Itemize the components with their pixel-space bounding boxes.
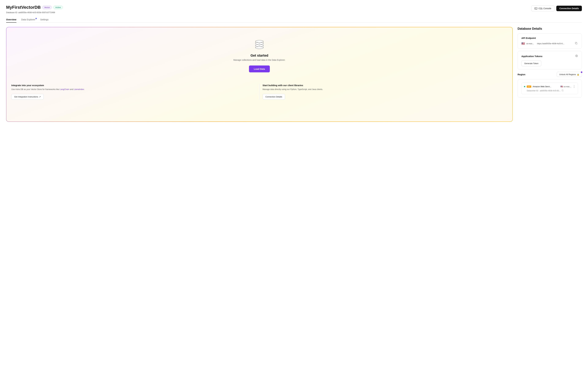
client-libraries-title: Start building with our client libraries — [262, 84, 508, 87]
title-row: MyFirstVectorDB Vector Active — [6, 5, 63, 10]
cql-console-label: CQL Console — [538, 7, 551, 10]
region-title: Region — [518, 73, 525, 76]
endpoint-flag: 🇺🇸 — [521, 42, 525, 45]
svg-rect-23 — [576, 43, 577, 44]
db-id-value: add5f35e-4938-4cf3-833b-5007c0772499 — [18, 11, 55, 14]
region-flag-label: 🇺🇸 us-eas... — [560, 85, 571, 88]
datacenter-row: Datacenter ID: add5f35e-4938-4cf3-83... — [524, 90, 576, 92]
region-item-flag: 🇺🇸 — [560, 85, 563, 88]
endpoint-region-label: us-eas... — [526, 42, 536, 45]
unlock-all-regions-button[interactable]: Unlock All Regions 🔒 — [557, 72, 582, 77]
region-item-label: us-eas... — [564, 85, 571, 88]
region-card: aws Amazon Web Servi... 🇺🇸 us-eas... ⋮ D… — [518, 80, 582, 98]
left-card-wrapper: Get started Manage collections and load … — [6, 27, 513, 122]
region-header: Region Unlock All Regions 🔒 — [518, 72, 582, 77]
db-name: MyFirstVectorDB — [6, 5, 41, 10]
endpoint-url: https://add5f35e-4938-4cf3-8... — [537, 42, 573, 45]
tab-settings-label: Settings — [40, 18, 48, 21]
svg-point-22 — [260, 45, 260, 46]
unlock-all-regions-label: Unlock All Regions — [559, 73, 576, 76]
llamaindex-link[interactable]: LlamaIndex — [74, 88, 84, 90]
center-section: Get started Manage collections and load … — [11, 35, 507, 79]
connection-details-header-label: Connection Details — [559, 7, 579, 10]
integrate-section: Integrate into your ecosystem Use Astra … — [11, 84, 260, 100]
region-service-name: Amazon Web Servi... — [533, 85, 559, 88]
db-id-label: Database ID: — [6, 11, 18, 14]
badge-vector: Vector — [42, 6, 52, 9]
client-libraries-section: Start building with our client libraries… — [260, 84, 508, 100]
terminal-icon — [535, 7, 537, 10]
two-col-section: Integrate into your ecosystem Use Astra … — [11, 84, 507, 100]
svg-rect-0 — [535, 8, 537, 9]
tokens-settings-icon[interactable] — [575, 54, 578, 58]
database-details-title: Database Details — [518, 27, 582, 30]
datacenter-id: add5f35e-4938-4cf3-83... — [540, 90, 560, 92]
cql-console-button[interactable]: CQL Console — [531, 6, 555, 11]
svg-point-21 — [259, 45, 260, 46]
endpoint-row: 🇺🇸 us-eas... https://add5f35e-4938-4cf3-… — [521, 42, 578, 45]
connection-details-card-button[interactable]: Connection Details — [262, 94, 285, 100]
api-endpoint-title: API Endpoint — [521, 37, 578, 39]
application-tokens-card: Application Tokens Generate Token — [518, 51, 582, 70]
svg-rect-24 — [562, 90, 563, 91]
header: MyFirstVectorDB Vector Active Database I… — [6, 5, 582, 14]
tabs: Overview Data Explorer Settings — [6, 17, 582, 23]
tab-data-explorer[interactable]: Data Explorer — [21, 17, 35, 23]
region-menu-button[interactable]: ⋮ — [573, 85, 576, 88]
lock-icon: 🔒 — [577, 73, 579, 76]
connection-details-header-button[interactable]: Connection Details — [556, 6, 582, 11]
svg-point-20 — [259, 45, 259, 46]
svg-point-18 — [259, 43, 260, 44]
unlock-button-dot — [581, 71, 582, 73]
langchain-link[interactable]: LangChain — [60, 88, 69, 90]
copy-datacenter-button[interactable] — [562, 90, 564, 92]
external-link-icon: ↗ — [39, 96, 41, 98]
get-started-sub: Manage collections and load data in the … — [11, 59, 507, 61]
right-panel: Database Details API Endpoint 🇺🇸 us-eas.… — [518, 27, 582, 98]
aws-badge: aws — [527, 86, 531, 88]
integrate-title: Integrate into your ecosystem — [11, 84, 256, 87]
load-data-button[interactable]: Load Data — [249, 65, 270, 72]
app-tokens-title: Application Tokens — [521, 55, 542, 58]
region-status-dot — [524, 86, 525, 87]
svg-point-17 — [259, 43, 259, 44]
tab-settings[interactable]: Settings — [40, 17, 48, 23]
header-right: CQL Console Connection Details — [531, 6, 582, 11]
svg-point-19 — [260, 43, 260, 44]
api-endpoint-card: API Endpoint 🇺🇸 us-eas... https://add5f3… — [518, 33, 582, 49]
main-layout: Get started Manage collections and load … — [6, 27, 582, 122]
tab-data-explorer-label: Data Explorer — [21, 18, 35, 21]
tab-overview-label: Overview — [6, 18, 16, 21]
copy-endpoint-button[interactable] — [574, 42, 578, 45]
region-item: aws Amazon Web Servi... 🇺🇸 us-eas... ⋮ D… — [521, 83, 578, 94]
datacenter-label: Datacenter ID: — [527, 90, 538, 92]
header-left: MyFirstVectorDB Vector Active Database I… — [6, 5, 63, 14]
get-started-title: Get started — [11, 54, 507, 58]
get-integration-button[interactable]: Get Integration Instructions ↗ — [11, 94, 44, 100]
svg-point-16 — [255, 40, 263, 42]
tokens-header: Application Tokens — [521, 54, 578, 58]
db-id: Database ID: add5f35e-4938-4cf3-833b-500… — [6, 11, 63, 14]
get-integration-label: Get Integration Instructions — [14, 96, 38, 98]
badge-active: Active — [53, 6, 63, 9]
connection-details-card-label: Connection Details — [265, 96, 282, 98]
left-card: Get started Manage collections and load … — [6, 27, 512, 121]
data-explorer-dot — [35, 18, 37, 19]
region-section: Region Unlock All Regions 🔒 aws Amazon W… — [518, 72, 582, 98]
db-illustration — [253, 38, 265, 50]
client-libraries-text: Manage data directly using our Python, T… — [262, 88, 508, 91]
tab-overview[interactable]: Overview — [6, 17, 16, 23]
region-item-row: aws Amazon Web Servi... 🇺🇸 us-eas... ⋮ — [524, 85, 576, 88]
generate-token-button[interactable]: Generate Token — [521, 60, 541, 66]
integrate-text: Use Astra DB as your Vector Store for fr… — [11, 88, 256, 91]
